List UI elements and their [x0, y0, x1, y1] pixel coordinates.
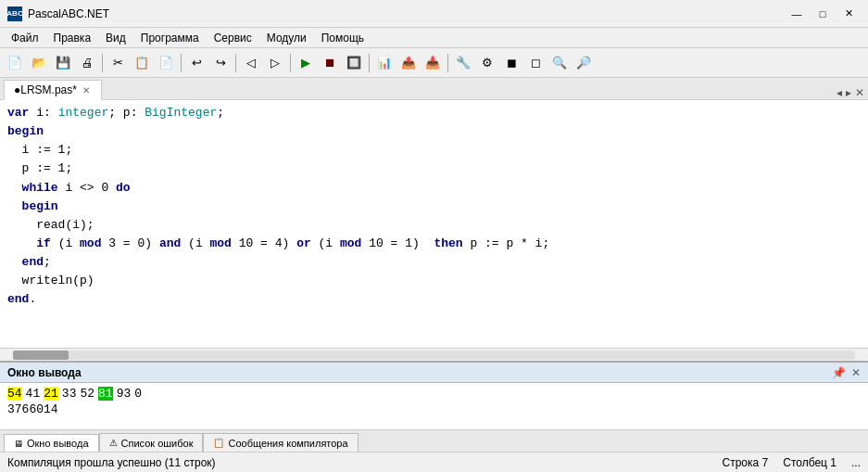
tb-save[interactable]: 💾 — [52, 52, 74, 74]
toolbar-separator-6 — [447, 54, 448, 72]
tb-zoom-out[interactable]: 🔎 — [572, 52, 595, 74]
output-content: 54 41 21 33 52 81 93 0 3766014 — [0, 383, 868, 429]
btab-output-label: Окно вывода — [27, 438, 89, 449]
menu-view[interactable]: Вид — [98, 30, 133, 46]
btab-compiler-label: Сообщения компилятора — [228, 438, 347, 449]
app-icon: ABC — [7, 6, 22, 21]
tab-close-all[interactable]: ✕ — [855, 86, 864, 99]
status-bar: Компиляция прошла успешно (11 строк) Стр… — [0, 452, 868, 472]
maximize-button[interactable]: □ — [811, 5, 835, 23]
status-position: Строка 7 Столбец 1 ... — [722, 456, 861, 469]
menu-help[interactable]: Помощь — [314, 30, 371, 46]
toolbar-separator-4 — [290, 54, 291, 72]
toolbar-separator-2 — [181, 54, 182, 72]
errors-tab-icon: ⚠ — [109, 438, 118, 448]
menu-bar: Файл Правка Вид Программа Сервис Модули … — [0, 28, 868, 48]
tb-stop[interactable]: ⏹ — [319, 52, 341, 74]
tab-scroll-left[interactable]: ◂ — [837, 86, 842, 99]
code-line-7: read(i); — [7, 216, 861, 235]
code-line-5: while i <> 0 do — [7, 179, 861, 198]
code-line-2: begin — [7, 122, 861, 141]
tb-print[interactable]: 🖨 — [76, 52, 98, 74]
status-col: Столбец 1 — [783, 456, 837, 469]
menu-service[interactable]: Сервис — [207, 30, 259, 46]
output-title: Окно вывода — [7, 366, 82, 379]
tb-cut[interactable]: ✂ — [107, 52, 129, 74]
output-num-52: 52 — [80, 387, 94, 401]
status-message: Компиляция прошла успешно (11 строк) — [7, 456, 216, 469]
tb-step-back[interactable]: ◁ — [240, 52, 262, 74]
btab-compiler[interactable]: 📋 Сообщения компилятора — [203, 433, 358, 452]
output-num-81: 81 — [98, 387, 113, 401]
tb-zoom-in[interactable]: 🔍 — [548, 52, 571, 74]
title-bar-controls: — □ ✕ — [785, 5, 861, 23]
output-num-93: 93 — [117, 387, 132, 401]
output-header-controls: 📌 ✕ — [832, 366, 861, 379]
tab-bar-right: ◂ ▸ ✕ — [837, 86, 868, 99]
output-panel: Окно вывода 📌 ✕ 54 41 21 33 52 81 93 0 3… — [0, 361, 868, 429]
tab-lrsm[interactable]: ●LRSM.pas* ✕ — [4, 80, 102, 100]
tb-run[interactable]: ▶ — [295, 52, 317, 74]
title-bar-left: ABC PascalABC.NET — [7, 6, 109, 21]
menu-file[interactable]: Файл — [4, 30, 46, 46]
output-header: Окно вывода 📌 ✕ — [0, 363, 868, 383]
code-line-10: writeln(p) — [7, 272, 861, 290]
tb-open[interactable]: 📂 — [28, 52, 50, 74]
scroll-track — [13, 351, 855, 360]
tab-scroll-right[interactable]: ▸ — [846, 86, 851, 99]
code-line-9: end; — [7, 253, 861, 272]
output-line-1: 54 41 21 33 52 81 93 0 — [7, 387, 861, 401]
output-close-icon[interactable]: ✕ — [851, 366, 861, 379]
code-scrollbar-horizontal[interactable] — [0, 348, 868, 361]
output-num-21: 21 — [44, 387, 58, 401]
code-line-11: end. — [7, 290, 861, 309]
btab-errors[interactable]: ⚠ Список ошибок — [99, 433, 204, 452]
toolbar-separator-1 — [102, 54, 103, 72]
tb-step-fwd[interactable]: ▷ — [264, 52, 286, 74]
code-line-3: i := 1; — [7, 141, 861, 159]
tab-close-icon[interactable]: ✕ — [81, 85, 92, 96]
code-line-8: if (i mod 3 = 0) and (i mod 10 = 4) or (… — [7, 235, 861, 253]
toolbar: 📄 📂 💾 🖨 ✂ 📋 📄 ↩ ↪ ◁ ▷ ▶ ⏹ 🔲 📊 📤 📥 🔧 ⚙ ◼ … — [0, 48, 868, 78]
toolbar-separator-5 — [369, 54, 370, 72]
tab-label: ●LRSM.pas* — [14, 83, 77, 96]
tb-paste[interactable]: 📄 — [155, 52, 177, 74]
tb-out[interactable]: 📥 — [421, 52, 444, 74]
menu-program[interactable]: Программа — [133, 30, 207, 46]
status-dots: ... — [851, 456, 861, 469]
tb-settings[interactable]: 🔧 — [452, 52, 474, 74]
tb-debug[interactable]: 🔲 — [343, 52, 365, 74]
menu-modules[interactable]: Модули — [259, 30, 314, 46]
bottom-tab-bar: 🖥 Окно вывода ⚠ Список ошибок 📋 Сообщени… — [0, 429, 868, 452]
tab-bar: ●LRSM.pas* ✕ ◂ ▸ ✕ — [0, 78, 868, 100]
tb-more3[interactable]: ◻ — [524, 52, 547, 74]
tb-more2[interactable]: ◼ — [500, 52, 522, 74]
tb-new[interactable]: 📄 — [4, 52, 26, 74]
scroll-thumb[interactable] — [13, 351, 69, 360]
status-row: Строка 7 — [722, 456, 768, 469]
output-line-2: 3766014 — [7, 402, 861, 416]
btab-errors-label: Список ошибок — [121, 438, 194, 449]
output-num-41: 41 — [26, 387, 41, 401]
title-bar: ABC PascalABC.NET — □ ✕ — [0, 0, 868, 28]
code-line-1: var i: integer; p: BigInteger; — [7, 104, 861, 122]
title-text: PascalABC.NET — [28, 7, 109, 20]
output-num-54: 54 — [7, 387, 22, 401]
tb-redo[interactable]: ↪ — [209, 52, 232, 74]
output-tab-icon: 🖥 — [14, 439, 23, 449]
output-pin-icon[interactable]: 📌 — [832, 366, 846, 379]
toolbar-separator-3 — [235, 54, 236, 72]
menu-edit[interactable]: Правка — [46, 30, 99, 46]
output-num-33: 33 — [62, 387, 77, 401]
close-button[interactable]: ✕ — [837, 5, 861, 23]
tb-undo[interactable]: ↩ — [185, 52, 208, 74]
output-result: 3766014 — [7, 402, 58, 416]
tb-copy[interactable]: 📋 — [131, 52, 153, 74]
minimize-button[interactable]: — — [785, 5, 809, 23]
tb-in[interactable]: 📤 — [397, 52, 420, 74]
btab-output[interactable]: 🖥 Окно вывода — [4, 434, 99, 453]
tb-more1[interactable]: ⚙ — [476, 52, 498, 74]
code-editor[interactable]: var i: integer; p: BigInteger; begin i :… — [0, 100, 868, 348]
tb-watch[interactable]: 📊 — [373, 52, 396, 74]
code-line-4: p := 1; — [7, 159, 861, 178]
